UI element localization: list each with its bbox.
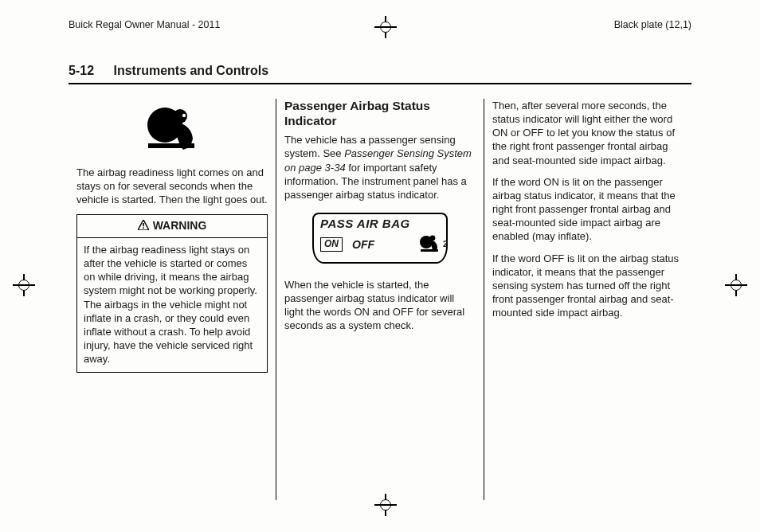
section-heading: Passenger Airbag Status Indicator [284, 99, 476, 128]
svg-point-7 [430, 235, 436, 241]
column-2: Passenger Airbag Status Indicator The ve… [276, 99, 484, 500]
registration-mark-right [725, 274, 747, 296]
status-behavior-text: Then, after several more seconds, the st… [492, 99, 684, 167]
page-number: 5-12 [69, 64, 110, 78]
indicator-title: PASS AIR BAG [320, 216, 440, 232]
warning-body: If the airbag readiness light stays on a… [77, 238, 267, 372]
svg-rect-2 [148, 143, 194, 148]
pass-air-bag-indicator: PASS AIR BAG ON OFF 2 [312, 213, 448, 264]
chapter-bar: 5-12 Instruments and Controls [69, 64, 691, 84]
indicator-on-label: ON [320, 237, 343, 252]
svg-rect-8 [421, 249, 438, 252]
page: Buick Regal Owner Manual - 2011 Black pl… [0, 0, 760, 532]
airbag-intro-text: The airbag readiness light comes on and … [76, 166, 268, 206]
column-3: Then, after several more seconds, the st… [484, 99, 691, 500]
off-meaning-text: If the word OFF is lit on the airbag sta… [492, 252, 684, 320]
svg-point-3 [182, 114, 186, 117]
header-right: Black plate (12,1) [614, 19, 691, 30]
indicator-off-label: OFF [352, 237, 374, 252]
on-meaning-text: If the word ON is lit on the passenger a… [492, 175, 684, 244]
passenger-intro-text: The vehicle has a passenger sensing syst… [284, 133, 476, 201]
svg-rect-5 [143, 228, 144, 229]
warning-box: WARNING If the airbag readiness light st… [76, 214, 268, 373]
indicator-number: 2 [443, 238, 448, 250]
indicator-airbag-icon: 2 [419, 233, 440, 256]
running-header: Buick Regal Owner Manual - 2011 Black pl… [69, 19, 691, 30]
header-left: Buick Regal Owner Manual - 2011 [69, 19, 220, 30]
chapter-title: Instruments and Controls [113, 64, 268, 77]
registration-mark-left [13, 274, 35, 296]
column-1: The airbag readiness light comes on and … [69, 99, 276, 500]
column-layout: The airbag readiness light comes on and … [69, 99, 691, 500]
warning-label: WARNING [153, 219, 207, 232]
airbag-icon [143, 104, 201, 151]
warning-triangle-icon [138, 219, 149, 233]
warning-header: WARNING [77, 215, 267, 237]
svg-rect-4 [143, 223, 144, 226]
system-check-text: When the vehicle is started, the passeng… [284, 278, 476, 333]
